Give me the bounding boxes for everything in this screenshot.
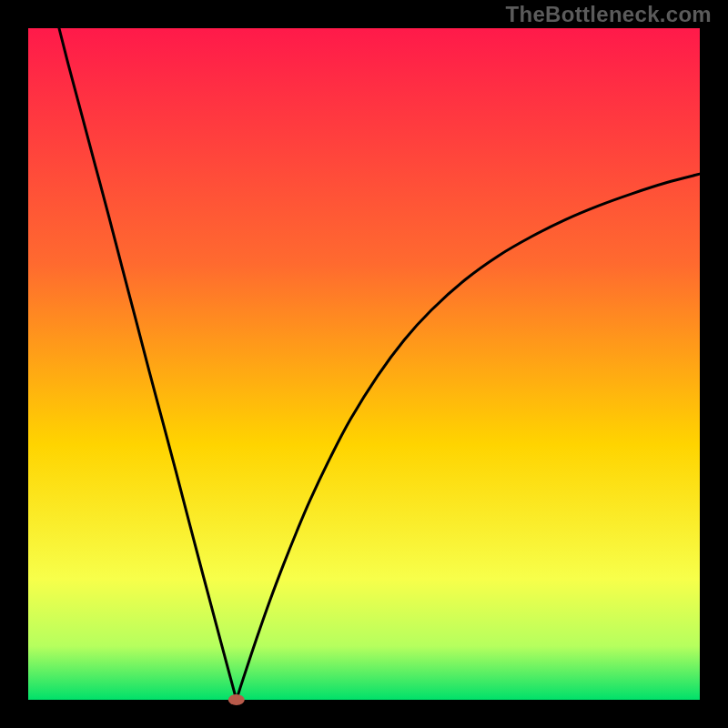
minimum-marker [228,694,245,705]
chart-svg [0,0,728,728]
plot-background [28,28,700,700]
watermark-text: TheBottleneck.com [506,2,712,27]
chart-frame: TheBottleneck.com [0,0,728,728]
